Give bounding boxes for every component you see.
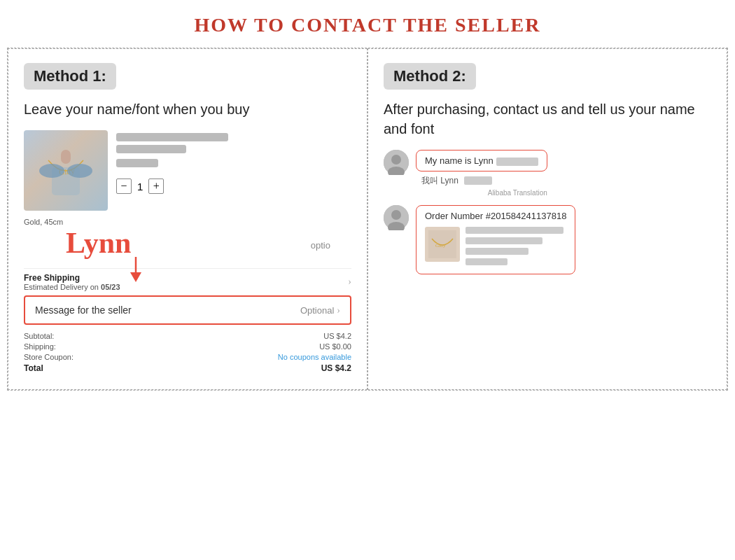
quantity-value: 1 <box>137 181 143 192</box>
order-product-thumb: Gitty <box>425 227 460 262</box>
avatar-2 <box>384 205 409 230</box>
user-avatar-icon <box>384 150 409 175</box>
chat-row-1: My name is Lynn 我叫 Lynn Alibaba Translat… <box>384 150 711 197</box>
chat-bubble-1-text: My name is Lynn <box>425 155 538 166</box>
order-blur-1 <box>465 227 564 234</box>
message-optional-row: Optional › <box>300 304 340 316</box>
lynn-annotation-area: Lynn optio <box>24 226 351 268</box>
chat-row-2: Order Number #201584241137818 Gitty <box>384 205 711 274</box>
quantity-row: − 1 + <box>116 178 351 194</box>
user-avatar-2-icon <box>384 205 409 230</box>
order-blur-3 <box>465 248 528 255</box>
chinese-translation-row: 我叫 Lynn Alibaba Translation <box>416 174 547 197</box>
method1-panel: Method 1: Leave your name/font when you … <box>8 48 368 390</box>
subtotal-section: Subtotal: US $4.2 Shipping: US $0.00 Sto… <box>24 332 351 373</box>
svg-point-3 <box>39 164 64 178</box>
gold-label: Gold, 45cm <box>24 218 351 226</box>
lynn-name-text: Lynn <box>66 227 131 259</box>
message-for-seller-box[interactable]: Message for the seller Optional › <box>24 295 351 325</box>
message-label: Message for the seller <box>35 304 132 316</box>
shipping-label: Shipping: <box>24 342 56 351</box>
product-title-blur <box>116 133 228 141</box>
page-wrapper: HOW TO CONTACT THE SELLER Method 1: Leav… <box>0 0 735 560</box>
chat-bubble-1: My name is Lynn <box>416 150 547 172</box>
shipping-row: Shipping: US $0.00 <box>24 342 351 351</box>
svg-point-11 <box>391 210 401 220</box>
chat-bubble-2: Order Number #201584241137818 Gitty <box>416 205 575 274</box>
avatar-1 <box>384 150 409 175</box>
order-blur-2 <box>465 237 542 244</box>
subtotal-label: Subtotal: <box>24 332 54 340</box>
free-shipping-text: Free Shipping <box>24 273 120 283</box>
method2-description: After purchasing, contact us and tell us… <box>384 99 711 139</box>
option-blur-text: optio <box>311 240 330 251</box>
delivery-date: 05/23 <box>101 283 120 291</box>
coupon-row: Store Coupon: No coupons available <box>24 353 351 361</box>
free-shipping-row: Free Shipping Estimated Delivery on 05/2… <box>24 268 351 291</box>
svg-marker-6 <box>130 272 141 282</box>
quantity-decrease-button[interactable]: − <box>116 178 132 194</box>
method1-description: Leave your name/font when you buy <box>24 99 351 119</box>
order-number-text: Order Number #201584241137818 <box>425 211 566 221</box>
quantity-increase-button[interactable]: + <box>148 178 164 194</box>
message-optional-text: Optional <box>300 305 334 316</box>
total-row: Total US $4.2 <box>24 363 351 373</box>
svg-rect-2 <box>61 150 71 164</box>
necklace-icon: Gitty <box>38 146 94 195</box>
coupon-value[interactable]: No coupons available <box>278 353 351 361</box>
chat-bubble-2-container: Order Number #201584241137818 Gitty <box>416 205 575 274</box>
order-necklace-icon: Gitty <box>428 230 456 258</box>
chevron-right-icon: › <box>348 276 351 288</box>
subtotal-value: US $4.2 <box>323 332 351 340</box>
chinese-text: 我叫 Lynn <box>421 176 458 186</box>
chat-bubble-1-container: My name is Lynn 我叫 Lynn Alibaba Translat… <box>416 150 547 197</box>
methods-container: Method 1: Leave your name/font when you … <box>7 48 728 391</box>
total-value: US $4.2 <box>321 363 351 373</box>
method2-panel: Method 2: After purchasing, contact us a… <box>368 48 727 390</box>
product-info: − 1 + <box>116 130 351 194</box>
blur-chinese <box>464 176 492 185</box>
product-price-blur <box>116 159 158 167</box>
product-card: Gitty − 1 <box>24 130 351 211</box>
message-chevron-icon: › <box>337 305 340 316</box>
coupon-label: Store Coupon: <box>24 353 74 361</box>
order-product-row: Gitty <box>425 227 566 269</box>
blur-after-name <box>496 158 538 166</box>
subtotal-row: Subtotal: US $4.2 <box>24 332 351 340</box>
total-label: Total <box>24 363 43 373</box>
arrow-down-icon <box>127 257 144 282</box>
method1-label: Method 1: <box>24 63 116 90</box>
page-title: HOW TO CONTACT THE SELLER <box>194 14 540 36</box>
product-title-blur2 <box>116 145 186 153</box>
product-image: Gitty <box>24 130 108 211</box>
svg-text:Gitty: Gitty <box>435 243 446 248</box>
product-thumbnail: Gitty <box>24 130 108 211</box>
order-info-blur <box>465 227 566 269</box>
svg-point-8 <box>391 155 401 164</box>
delivery-text: Estimated Delivery on 05/23 <box>24 283 120 291</box>
order-blur-4 <box>465 258 507 265</box>
chat-container: My name is Lynn 我叫 Lynn Alibaba Translat… <box>384 150 711 274</box>
shipping-value: US $0.00 <box>319 342 351 351</box>
translation-label: Alibaba Translation <box>421 189 547 197</box>
method2-label: Method 2: <box>384 63 476 90</box>
svg-point-4 <box>67 164 92 178</box>
free-shipping-info: Free Shipping Estimated Delivery on 05/2… <box>24 273 120 291</box>
